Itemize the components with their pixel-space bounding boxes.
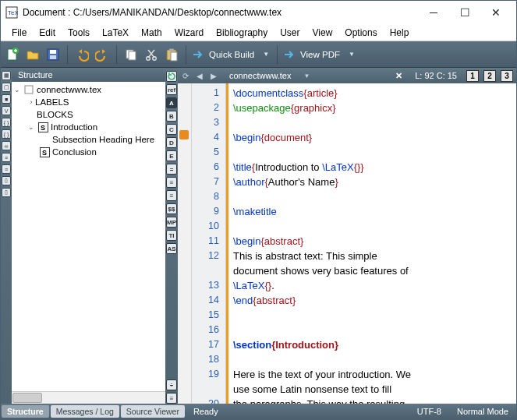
bookmark-icon[interactable] — [179, 130, 189, 139]
line-number-gutter: 123456789101112 13141516171819 20 21 — [192, 83, 226, 404]
cursor-position: L: 92 C: 15 — [410, 71, 462, 80]
symbol-btn[interactable]: ≡ — [166, 393, 177, 404]
menu-edit[interactable]: Edit — [33, 25, 62, 41]
save-file-button[interactable] — [44, 46, 62, 63]
minimize-button[interactable]: ─ — [418, 2, 449, 23]
view-box-3[interactable]: 3 — [501, 70, 513, 82]
svg-text:S: S — [42, 149, 47, 157]
paste-button[interactable] — [163, 46, 180, 63]
copy-button[interactable] — [122, 46, 140, 63]
close-tab-icon[interactable]: ✕ — [392, 71, 405, 81]
view-pdf-dropdown[interactable]: View PDF ▼ — [283, 49, 357, 60]
menu-bibliography[interactable]: Bibliography — [210, 25, 274, 41]
left-icon[interactable]: ≡ — [2, 153, 11, 162]
new-file-button[interactable] — [4, 46, 21, 63]
menu-latex[interactable]: LaTeX — [96, 25, 135, 41]
view-box-1[interactable]: 1 — [466, 70, 479, 82]
bookmark-gutter[interactable] — [178, 83, 192, 404]
left-icon[interactable]: { } — [2, 129, 11, 139]
symbol-btn[interactable]: E — [166, 150, 177, 161]
menu-help[interactable]: Help — [384, 25, 416, 41]
view-pdf-label: View PDF — [297, 50, 343, 59]
left-icon[interactable]: ∞ — [2, 141, 11, 150]
chevron-down-icon[interactable]: ▼ — [302, 72, 311, 79]
menu-options[interactable]: Options — [338, 25, 383, 41]
left-icon[interactable]: ■ — [2, 94, 11, 104]
maximize-button[interactable]: ☐ — [449, 2, 480, 23]
code-editor[interactable]: \documentclass{article}\usepackage{graph… — [228, 83, 516, 404]
reload-icon[interactable]: ⟳ — [181, 72, 190, 80]
status-encoding: UTF-8 — [409, 407, 449, 416]
chevron-down-icon: ▼ — [346, 51, 357, 58]
svg-point-9 — [147, 56, 150, 60]
symbol-btn[interactable]: C — [166, 124, 177, 135]
menu-user[interactable]: User — [274, 25, 306, 41]
svg-rect-6 — [50, 55, 56, 59]
next-tab-icon[interactable]: ▶ — [209, 72, 218, 80]
symbol-btn[interactable]: D — [166, 137, 177, 148]
symbol-btn[interactable]: $$ — [166, 203, 177, 214]
symbol-btn[interactable]: ÷ — [166, 379, 177, 390]
status-source-button[interactable]: Source Viewer — [121, 405, 185, 418]
view-box-2[interactable]: 2 — [483, 70, 496, 82]
left-icon[interactable]: ▢ — [2, 83, 11, 92]
open-file-button[interactable] — [24, 46, 41, 63]
chevron-down-icon: ▼ — [260, 51, 271, 58]
expand-icon[interactable]: ⌄ — [27, 123, 35, 131]
symbol-btn[interactable]: ≡ — [166, 177, 177, 188]
expand-icon[interactable]: › — [27, 98, 35, 106]
tree-intro[interactable]: Introduction — [51, 122, 97, 132]
quick-build-dropdown[interactable]: Quick Build ▼ — [192, 49, 271, 60]
refresh-icon[interactable] — [166, 71, 177, 82]
svg-rect-14 — [25, 86, 33, 94]
left-icon[interactable]: ▯ — [2, 176, 11, 185]
editor-area: ⟳ ◀ ▶ connectwww.tex ▼ ✕ L: 92 C: 15 1 2… — [178, 68, 516, 404]
toolbar: Quick Build ▼ View PDF ▼ — [1, 41, 516, 68]
symbol-btn[interactable]: TI — [166, 230, 177, 241]
status-structure-button[interactable]: Structure — [2, 405, 49, 418]
undo-button[interactable] — [73, 46, 90, 63]
left-icon[interactable]: ▦ — [2, 71, 11, 80]
expand-icon[interactable]: ⌄ — [13, 86, 21, 94]
app-icon: TeX — [5, 6, 18, 19]
symbol-btn[interactable]: AS — [166, 243, 177, 254]
symbol-btn[interactable]: MP — [166, 217, 177, 228]
status-messages-button[interactable]: Messages / Log — [51, 405, 119, 418]
tree-labels[interactable]: LABELS — [35, 97, 69, 107]
left-icon[interactable]: { } — [2, 118, 11, 127]
left-icon[interactable]: ≡ — [2, 164, 11, 174]
symbol-btn[interactable]: B — [166, 111, 177, 122]
close-window-button[interactable]: ✕ — [480, 2, 512, 23]
tree-conclusion[interactable]: Conclusion — [52, 147, 97, 157]
symbol-btn[interactable]: ref — [166, 84, 177, 95]
tree-blocks[interactable]: BLOCKS — [37, 110, 73, 119]
prev-tab-icon[interactable]: ◀ — [195, 72, 204, 80]
tree-root[interactable]: connectwww.tex — [37, 85, 101, 94]
menu-view[interactable]: View — [306, 25, 339, 41]
tree-sub[interactable]: Subsection Heading Here — [52, 135, 154, 144]
structure-tree[interactable]: ⌄connectwww.tex ›LABELS BLOCKS ⌄SIntrodu… — [12, 82, 165, 391]
tab-filename[interactable]: connectwww.tex — [223, 71, 297, 80]
menu-wizard[interactable]: Wizard — [168, 25, 210, 41]
status-ready: Ready — [186, 407, 226, 416]
structure-hscroll[interactable] — [12, 391, 165, 404]
svg-rect-5 — [50, 50, 56, 54]
menu-tools[interactable]: Tools — [62, 25, 96, 41]
symbol-btn[interactable]: ≡ — [166, 190, 177, 201]
symbol-btn[interactable]: A — [166, 97, 177, 108]
svg-point-10 — [153, 56, 157, 60]
left-icon[interactable]: V — [2, 106, 11, 115]
menu-math[interactable]: Math — [135, 25, 168, 41]
tab-bar: ⟳ ◀ ▶ connectwww.tex ▼ ✕ L: 92 C: 15 1 2… — [178, 68, 516, 83]
status-mode: Normal Mode — [449, 407, 516, 416]
menu-file[interactable]: File — [5, 25, 33, 41]
symbol-btn[interactable]: = — [166, 164, 177, 175]
svg-text:TeX: TeX — [8, 9, 18, 16]
cut-button[interactable] — [143, 46, 160, 63]
left-icon[interactable]: ▯ — [2, 188, 11, 197]
menu-bar: File Edit Tools LaTeX Math Wizard Biblio… — [1, 24, 516, 41]
redo-button[interactable] — [94, 46, 111, 63]
section-icon: S — [37, 122, 48, 132]
svg-text:S: S — [41, 124, 45, 132]
window-title: Document : C:/Users/MANIKANDAN/Desktop/c… — [23, 7, 418, 18]
